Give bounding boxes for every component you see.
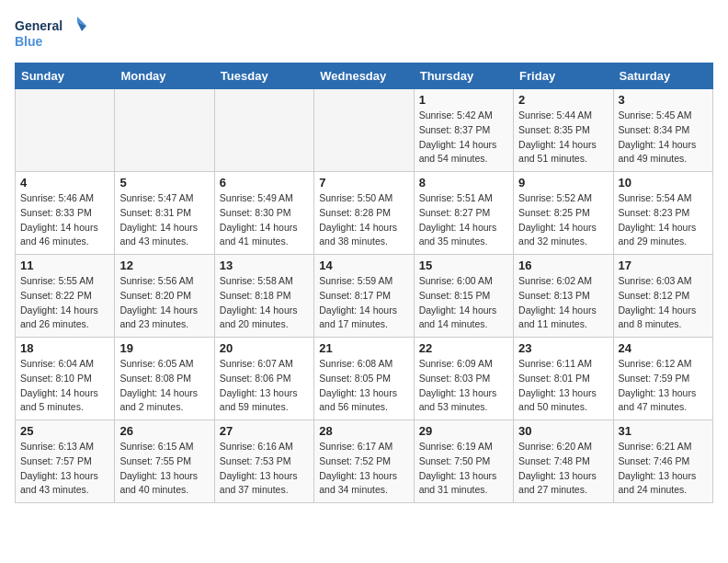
day-info: Sunrise: 5:58 AM Sunset: 8:18 PM Dayligh…: [220, 274, 309, 332]
day-number: 23: [518, 341, 608, 355]
calendar-week-row: 11Sunrise: 5:55 AM Sunset: 8:22 PM Dayli…: [16, 255, 713, 338]
calendar-cell: 18Sunrise: 6:04 AM Sunset: 8:10 PM Dayli…: [16, 338, 115, 420]
day-info: Sunrise: 5:51 AM Sunset: 8:27 PM Dayligh…: [419, 191, 508, 249]
day-number: 27: [220, 424, 309, 438]
day-info: Sunrise: 5:54 AM Sunset: 8:23 PM Dayligh…: [619, 191, 708, 249]
day-info: Sunrise: 5:44 AM Sunset: 8:35 PM Dayligh…: [518, 109, 608, 167]
calendar-cell: 28Sunrise: 6:17 AM Sunset: 7:52 PM Dayli…: [314, 420, 414, 503]
calendar-cell: 16Sunrise: 6:02 AM Sunset: 8:13 PM Dayli…: [514, 255, 613, 338]
day-info: Sunrise: 6:05 AM Sunset: 8:08 PM Dayligh…: [119, 357, 209, 415]
day-number: 28: [319, 424, 408, 438]
calendar-cell: 19Sunrise: 6:05 AM Sunset: 8:08 PM Dayli…: [115, 338, 214, 420]
day-info: Sunrise: 5:45 AM Sunset: 8:34 PM Dayligh…: [619, 109, 708, 167]
page-header: General Blue: [15, 15, 713, 52]
day-info: Sunrise: 5:56 AM Sunset: 8:20 PM Dayligh…: [119, 274, 209, 332]
calendar-cell: 4Sunrise: 5:46 AM Sunset: 8:33 PM Daylig…: [16, 172, 115, 255]
day-info: Sunrise: 5:52 AM Sunset: 8:25 PM Dayligh…: [518, 191, 608, 249]
calendar-cell: 22Sunrise: 6:09 AM Sunset: 8:03 PM Dayli…: [414, 338, 513, 420]
calendar-cell: 15Sunrise: 6:00 AM Sunset: 8:15 PM Dayli…: [414, 255, 513, 338]
calendar-cell: 8Sunrise: 5:51 AM Sunset: 8:27 PM Daylig…: [414, 172, 513, 255]
day-info: Sunrise: 6:17 AM Sunset: 7:52 PM Dayligh…: [319, 440, 408, 498]
day-info: Sunrise: 6:07 AM Sunset: 8:06 PM Dayligh…: [220, 357, 309, 415]
calendar-cell: 31Sunrise: 6:21 AM Sunset: 7:46 PM Dayli…: [613, 420, 712, 503]
day-number: 29: [419, 424, 508, 438]
calendar-cell: [214, 89, 313, 172]
day-number: 20: [220, 341, 309, 355]
calendar-cell: [314, 89, 414, 172]
calendar-cell: 21Sunrise: 6:08 AM Sunset: 8:05 PM Dayli…: [314, 338, 414, 420]
calendar-week-row: 1Sunrise: 5:42 AM Sunset: 8:37 PM Daylig…: [16, 89, 713, 172]
day-number: 7: [319, 176, 408, 190]
day-number: 13: [220, 259, 309, 272]
day-info: Sunrise: 6:08 AM Sunset: 8:05 PM Dayligh…: [319, 357, 408, 415]
day-info: Sunrise: 5:49 AM Sunset: 8:30 PM Dayligh…: [220, 191, 309, 249]
day-info: Sunrise: 6:13 AM Sunset: 7:57 PM Dayligh…: [20, 440, 109, 498]
day-number: 8: [419, 176, 508, 190]
day-number: 19: [119, 341, 209, 355]
day-info: Sunrise: 6:00 AM Sunset: 8:15 PM Dayligh…: [419, 274, 508, 332]
calendar-week-row: 25Sunrise: 6:13 AM Sunset: 7:57 PM Dayli…: [16, 420, 713, 503]
day-info: Sunrise: 5:46 AM Sunset: 8:33 PM Dayligh…: [20, 191, 109, 249]
calendar-cell: 20Sunrise: 6:07 AM Sunset: 8:06 PM Dayli…: [214, 338, 313, 420]
calendar-cell: 30Sunrise: 6:20 AM Sunset: 7:48 PM Dayli…: [514, 420, 613, 503]
day-number: 10: [619, 176, 708, 190]
day-number: 3: [619, 93, 708, 107]
day-number: 6: [220, 176, 309, 190]
day-info: Sunrise: 6:02 AM Sunset: 8:13 PM Dayligh…: [518, 274, 608, 332]
day-number: 1: [419, 93, 508, 107]
weekday-header: Thursday: [414, 63, 513, 89]
day-info: Sunrise: 5:50 AM Sunset: 8:28 PM Dayligh…: [319, 191, 408, 249]
day-number: 4: [20, 176, 109, 190]
calendar-cell: 5Sunrise: 5:47 AM Sunset: 8:31 PM Daylig…: [115, 172, 214, 255]
day-info: Sunrise: 6:20 AM Sunset: 7:48 PM Dayligh…: [518, 440, 608, 498]
day-info: Sunrise: 5:59 AM Sunset: 8:17 PM Dayligh…: [319, 274, 408, 332]
day-number: 11: [20, 259, 109, 272]
day-number: 14: [319, 259, 408, 272]
calendar-cell: 1Sunrise: 5:42 AM Sunset: 8:37 PM Daylig…: [414, 89, 513, 172]
calendar-body: 1Sunrise: 5:42 AM Sunset: 8:37 PM Daylig…: [16, 89, 713, 503]
day-number: 15: [419, 259, 508, 272]
day-info: Sunrise: 6:15 AM Sunset: 7:55 PM Dayligh…: [119, 440, 209, 498]
day-info: Sunrise: 6:16 AM Sunset: 7:53 PM Dayligh…: [220, 440, 309, 498]
calendar-cell: 2Sunrise: 5:44 AM Sunset: 8:35 PM Daylig…: [514, 89, 613, 172]
svg-text:Blue: Blue: [15, 34, 43, 49]
calendar-table: SundayMondayTuesdayWednesdayThursdayFrid…: [15, 63, 713, 503]
calendar-cell: 17Sunrise: 6:03 AM Sunset: 8:12 PM Dayli…: [613, 255, 712, 338]
weekday-header: Tuesday: [214, 63, 313, 89]
weekday-header: Monday: [115, 63, 214, 89]
day-info: Sunrise: 6:03 AM Sunset: 8:12 PM Dayligh…: [619, 274, 708, 332]
calendar-cell: 13Sunrise: 5:58 AM Sunset: 8:18 PM Dayli…: [214, 255, 313, 338]
day-number: 25: [20, 424, 109, 438]
calendar-cell: 14Sunrise: 5:59 AM Sunset: 8:17 PM Dayli…: [314, 255, 414, 338]
calendar-cell: 24Sunrise: 6:12 AM Sunset: 7:59 PM Dayli…: [613, 338, 712, 420]
logo: General Blue: [15, 15, 88, 52]
day-number: 30: [518, 424, 608, 438]
calendar-cell: 29Sunrise: 6:19 AM Sunset: 7:50 PM Dayli…: [414, 420, 513, 503]
logo-svg: General Blue: [15, 15, 88, 52]
calendar-cell: 23Sunrise: 6:11 AM Sunset: 8:01 PM Dayli…: [514, 338, 613, 420]
weekday-header: Sunday: [16, 63, 115, 89]
calendar-cell: 11Sunrise: 5:55 AM Sunset: 8:22 PM Dayli…: [16, 255, 115, 338]
day-info: Sunrise: 6:19 AM Sunset: 7:50 PM Dayligh…: [419, 440, 508, 498]
day-number: 17: [619, 259, 708, 272]
weekday-header: Wednesday: [314, 63, 414, 89]
day-info: Sunrise: 6:09 AM Sunset: 8:03 PM Dayligh…: [419, 357, 508, 415]
day-number: 31: [619, 424, 708, 438]
calendar-cell: 26Sunrise: 6:15 AM Sunset: 7:55 PM Dayli…: [115, 420, 214, 503]
calendar-week-row: 4Sunrise: 5:46 AM Sunset: 8:33 PM Daylig…: [16, 172, 713, 255]
day-number: 2: [518, 93, 608, 107]
calendar-week-row: 18Sunrise: 6:04 AM Sunset: 8:10 PM Dayli…: [16, 338, 713, 420]
day-info: Sunrise: 6:04 AM Sunset: 8:10 PM Dayligh…: [20, 357, 109, 415]
weekday-header: Friday: [514, 63, 613, 89]
day-number: 24: [619, 341, 708, 355]
calendar-cell: 25Sunrise: 6:13 AM Sunset: 7:57 PM Dayli…: [16, 420, 115, 503]
weekday-header-row: SundayMondayTuesdayWednesdayThursdayFrid…: [16, 63, 713, 89]
day-info: Sunrise: 5:42 AM Sunset: 8:37 PM Dayligh…: [419, 109, 508, 167]
day-info: Sunrise: 6:21 AM Sunset: 7:46 PM Dayligh…: [619, 440, 708, 498]
calendar-cell: [16, 89, 115, 172]
day-number: 26: [119, 424, 209, 438]
calendar-cell: 10Sunrise: 5:54 AM Sunset: 8:23 PM Dayli…: [613, 172, 712, 255]
day-info: Sunrise: 5:47 AM Sunset: 8:31 PM Dayligh…: [119, 191, 209, 249]
weekday-header: Saturday: [613, 63, 712, 89]
calendar-cell: 12Sunrise: 5:56 AM Sunset: 8:20 PM Dayli…: [115, 255, 214, 338]
